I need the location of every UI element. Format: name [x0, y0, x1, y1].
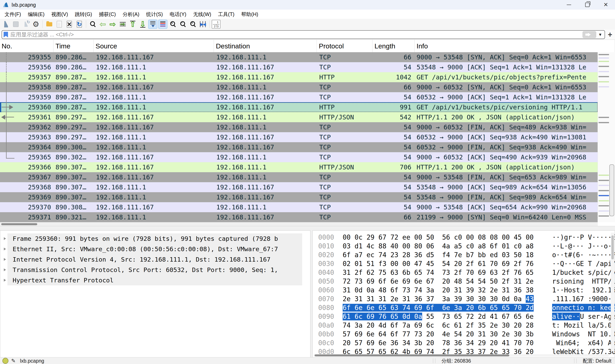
column-header-info[interactable]: Info — [415, 40, 615, 52]
packet-row[interactable]: 259371890.321…192.168.111.1192.168.111.1… — [0, 212, 598, 222]
menu-item-2[interactable]: 视图(V) — [48, 11, 71, 18]
column-header-len[interactable]: Length — [373, 40, 415, 52]
column-header-dst[interactable]: Destination — [214, 40, 317, 52]
hex-row[interactable]: 006031 0d 0a 48 6f 73 74 3a 20 31 39 32 … — [313, 286, 615, 295]
resize-columns-icon[interactable]: ▶◀ — [198, 20, 208, 29]
scrollbar-thumb[interactable] — [609, 164, 614, 216]
scrollbar-thumb[interactable] — [611, 235, 614, 260]
detail-row[interactable]: Internet Protocol Version 4, Src: 192.16… — [7, 254, 302, 265]
hex-row[interactable]: 005072 73 69 6f 6e 69 6e 67 20 48 54 54 … — [313, 277, 615, 286]
expand-chevron-icon[interactable] — [2, 254, 7, 265]
packet-list-vertical-scrollbar[interactable] — [598, 52, 615, 222]
packet-row[interactable]: 259360890.287…192.168.111.1192.168.111.1… — [0, 102, 598, 112]
menu-item-9[interactable]: 工具(T) — [215, 11, 238, 18]
hex-row[interactable]: 003002 01 51 f3 00 00 47 45 54 20 2f 61 … — [313, 260, 615, 268]
cell-time: 890.286… — [54, 52, 94, 62]
zoom-in-icon[interactable]: + — [168, 20, 177, 29]
close-icon[interactable]: ✕ — [597, 0, 615, 10]
packet-row[interactable]: 259367890.307…192.168.111.167192.168.111… — [0, 172, 598, 182]
detail-row[interactable]: Ethernet II, Src: VMware_c0:00:08 (00:50… — [7, 244, 302, 254]
restore-icon[interactable] — [578, 0, 597, 10]
find-packet-icon[interactable] — [88, 20, 97, 29]
hex-row[interactable]: 00a074 3a 20 4d 6f 7a 69 6c 6c 61 2f 35 … — [313, 321, 615, 330]
packet-row[interactable]: 259362890.297…192.168.111.167192.168.111… — [0, 122, 598, 132]
detail-row[interactable]: Hypertext Transfer Protocol — [7, 275, 302, 286]
menu-item-3[interactable]: 跳转(G) — [71, 11, 96, 18]
hex-row[interactable]: 009061 6c 69 76 65 0d 0a 55 73 65 72 2d … — [313, 312, 615, 321]
go-bottom-icon[interactable]: ⇩ — [138, 20, 147, 29]
hex-row[interactable]: 000000 0c 29 67 72 ee 00 50 56 c0 00 08 … — [313, 233, 615, 242]
go-to-packet-icon[interactable]: ⇨ — [118, 20, 127, 29]
packet-row[interactable]: 259355890.286…192.168.111.167192.168.111… — [0, 52, 598, 62]
detail-row[interactable]: Frame 259360: 991 bytes on wire (7928 bi… — [7, 234, 302, 244]
cell-proto: TCP — [317, 52, 373, 62]
packet-row[interactable]: 259364890.300…192.168.111.1192.168.111.1… — [0, 142, 598, 152]
column-header-src[interactable]: Source — [94, 40, 214, 52]
start-capture-icon[interactable] — [1, 20, 10, 29]
pane-splitter[interactable] — [0, 226, 615, 231]
expand-chevron-icon[interactable] — [2, 275, 7, 286]
column-header-proto[interactable]: Protocol — [317, 40, 373, 52]
packet-row[interactable]: 259370890.308…192.168.111.167192.168.111… — [0, 202, 598, 212]
layout-grid-icon[interactable]: 123 — [212, 20, 221, 29]
menu-item-10[interactable]: 帮助(H) — [238, 11, 262, 18]
hex-row[interactable]: 004031 2f 62 75 63 6b 65 74 73 2f 70 69 … — [313, 268, 615, 277]
packet-row[interactable]: 259356890.286…192.168.111.1192.168.111.1… — [0, 62, 598, 72]
packet-row[interactable]: 259366890.307…192.168.111.167192.168.111… — [0, 162, 598, 172]
cell-time: 890.321… — [54, 212, 94, 222]
column-header-no[interactable]: No. — [0, 40, 54, 52]
hex-row[interactable]: 00702e 31 31 31 2e 31 36 37 3a 39 30 30 … — [313, 295, 615, 303]
menu-item-6[interactable]: 统计(S) — [143, 11, 166, 18]
detail-row[interactable]: Transmission Control Protocol, Src Port:… — [7, 265, 302, 275]
hex-row[interactable]: 001003 d1 4c 88 40 00 80 06 4a a5 c0 a8 … — [313, 242, 615, 251]
menu-item-5[interactable]: 分析(A) — [119, 11, 143, 18]
apply-filter-button[interactable] — [583, 31, 596, 38]
status-profile[interactable]: 配置: Default — [583, 358, 611, 364]
menu-item-8[interactable]: 无线(W) — [190, 11, 214, 18]
auto-scroll-icon[interactable] — [148, 20, 157, 29]
capture-options-icon[interactable]: ⚙ — [31, 20, 41, 29]
column-header-time[interactable]: Time — [54, 40, 94, 52]
expand-chevron-icon[interactable] — [2, 244, 7, 254]
packet-row[interactable]: 259365890.302…192.168.111.167192.168.111… — [0, 152, 598, 162]
scrollbar-thumb[interactable] — [1, 223, 37, 225]
hex-row[interactable]: 00c020 57 69 6e 36 34 3b 20 78 36 34 29 … — [313, 338, 615, 347]
packet-row[interactable]: 259361890.297…192.168.111.167192.168.111… — [0, 112, 598, 122]
menu-item-0[interactable]: 文件(F) — [1, 11, 24, 18]
packet-row[interactable]: 259359890.287…192.168.111.1192.168.111.1… — [0, 92, 598, 102]
go-top-icon[interactable]: ⇧ — [128, 20, 137, 29]
bytes-vertical-scrollbar[interactable] — [611, 233, 615, 351]
packet-list-horizontal-scrollbar[interactable] — [0, 222, 598, 226]
packet-row[interactable]: 259369890.307…192.168.111.1192.168.111.1… — [0, 192, 598, 202]
open-file-icon[interactable] — [45, 20, 54, 29]
minimize-icon[interactable] — [560, 0, 578, 10]
hex-row[interactable]: 00806f 6e 6e 65 63 74 69 6f 6e 3a 20 6b … — [313, 303, 615, 312]
filter-dropdown-caret-icon[interactable]: ▼ — [598, 32, 602, 37]
expand-chevron-icon[interactable] — [2, 265, 7, 275]
hex-row[interactable]: 00206f a7 ec 74 23 28 36 d5 f4 7e b7 bb … — [313, 251, 615, 260]
menu-item-1[interactable]: 编辑(E) — [24, 11, 48, 18]
expert-info-icon[interactable] — [2, 358, 8, 364]
capture-comment-icon[interactable]: ✎ — [11, 358, 16, 364]
colorize-icon[interactable] — [158, 20, 168, 29]
packet-row[interactable]: 259357890.287…192.168.111.1192.168.111.1… — [0, 72, 598, 82]
packet-row[interactable]: 259358890.287…192.168.111.167192.168.111… — [0, 82, 598, 92]
menu-item-7[interactable]: 电话(Y) — [166, 11, 190, 18]
add-filter-button[interactable]: + — [605, 30, 615, 39]
hex-row[interactable]: 00b057 69 6e 64 6f 77 73 20 4e 54 20 31 … — [313, 330, 615, 338]
close-file-icon[interactable] — [65, 20, 74, 29]
minimap-stripe — [599, 66, 609, 67]
reload-file-icon[interactable] — [75, 20, 84, 29]
go-forward-icon[interactable]: ⇨ — [108, 20, 117, 29]
expand-chevron-icon[interactable] — [2, 234, 7, 244]
bookmark-icon[interactable] — [4, 32, 8, 37]
packet-row[interactable]: 259363890.297…192.168.111.1192.168.111.1… — [0, 132, 598, 142]
go-back-icon[interactable]: ⇦ — [98, 20, 107, 29]
scrollbar-thumb[interactable] — [315, 354, 509, 356]
zoom-original-icon[interactable]: = — [188, 20, 197, 29]
packet-row[interactable]: 259368890.307…192.168.111.1192.168.111.1… — [0, 182, 598, 192]
zoom-out-icon[interactable]: − — [178, 20, 187, 29]
display-filter-input[interactable] — [10, 31, 583, 38]
bytes-horizontal-scrollbar[interactable] — [314, 354, 609, 357]
menu-item-4[interactable]: 捕获(C) — [96, 11, 119, 18]
